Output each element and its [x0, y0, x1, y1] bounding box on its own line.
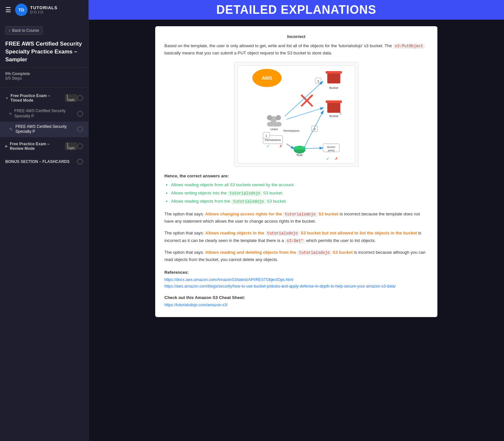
sidebar-bonus-section[interactable]: BONUS SECTION – FLASHCARDS [0, 155, 88, 168]
correct-answer-2: Allows writing objects into the tutorial… [171, 190, 428, 197]
section-check-circle [77, 95, 83, 101]
svg-text:1: 1 [265, 134, 267, 137]
item-check-circle [77, 111, 83, 117]
option2-text: The option that says: Allows reading obj… [164, 230, 428, 244]
main-layout: ‹ Back to Course FREE AWS Certified Secu… [0, 20, 504, 441]
sidebar-section-review: ▶ Free Practice Exam – Review Mode 1 Top… [0, 138, 88, 154]
correct-header: Hence, the correct answers are: [164, 173, 428, 178]
sidebar-item-timed-exam2[interactable]: ✎ FREE AWS Certified Security Specialty … [0, 122, 88, 137]
svg-rect-18 [267, 122, 282, 127]
bonus-section-label: BONUS SECTION – FLASHCARDS [5, 159, 74, 164]
top-header: ☰ TD TUTORIALS DOJO DETAILED EXPLANATION… [0, 0, 504, 20]
svg-rect-7 [327, 102, 340, 113]
progress-percent: 0% Complete [5, 71, 83, 76]
svg-text:3: 3 [317, 79, 319, 83]
correct-answer-3: Allows reading objects from the tutorial… [171, 198, 428, 205]
svg-text:Bucket: Bucket [327, 146, 335, 149]
svg-text:AWS: AWS [262, 75, 272, 81]
logo-text: TUTORIALS DOJO [30, 5, 57, 15]
cheat-sheet-header: Check out this Amazon S3 Cheat Sheet: [164, 295, 428, 300]
svg-text:Bucket: Bucket [329, 87, 339, 90]
cheat-sheet-link[interactable]: https://tutorialsdojo.com/amazon-s3/ [164, 303, 428, 307]
chevron-right-icon: ▶ [5, 144, 8, 148]
aws-diagram: AWS Bucket Bucket 2 3 [234, 62, 359, 167]
svg-text:✓: ✓ [326, 157, 329, 161]
option1-text: The option that says: Allows changing ac… [164, 210, 428, 225]
list-icon: ≡ [9, 111, 12, 116]
correct-answer-1: Allows reading objects from all S3 bucke… [171, 182, 428, 189]
svg-text:✗: ✗ [335, 157, 338, 161]
logo: TD TUTORIALS DOJO [15, 4, 57, 16]
references-header: References: [164, 270, 428, 275]
sidebar-header: ☰ TD TUTORIALS DOJO [0, 0, 89, 20]
code-s3putobject: s3:PutObject [393, 44, 425, 49]
svg-text:Users: Users [270, 128, 278, 131]
item-check-circle-2 [77, 126, 83, 132]
svg-rect-4 [327, 72, 340, 84]
section-badge-2: 1 Topic [65, 142, 77, 150]
hamburger-icon[interactable]: ☰ [5, 6, 11, 14]
course-title: FREE AWS Certified Security Specialty Pr… [0, 40, 88, 68]
svg-text:Role: Role [297, 154, 303, 157]
banner-title: DETAILED EXPLANATIONS [216, 3, 376, 17]
svg-text:✓: ✓ [266, 144, 270, 149]
option3-text: The option that says: Allows reading and… [164, 249, 428, 263]
bonus-check-circle [77, 159, 83, 165]
section-badge: 1 Topic [65, 94, 77, 102]
sidebar-divider [0, 87, 88, 88]
ref-link-2[interactable]: https://aws.amazon.com/blogs/security/ho… [164, 284, 428, 289]
section-label-2: ▶ Free Practice Exam – Review Mode 1 Top… [5, 142, 77, 151]
svg-text:Permissions: Permissions [284, 129, 300, 132]
correct-answers-list: Allows reading objects from all S3 bucke… [164, 182, 428, 205]
banner: DETAILED EXPLANATIONS [89, 0, 504, 20]
section-label: ▼ Free Practice Exam – Timed Mode 1 Topi… [5, 93, 77, 103]
svg-rect-30 [294, 147, 305, 150]
sidebar-section-review-header[interactable]: ▶ Free Practice Exam – Review Mode 1 Top… [0, 138, 88, 154]
diagram-wrapper: AWS Bucket Bucket 2 3 [164, 62, 428, 167]
explanation-card: Incorrect Based on the template, the use… [155, 26, 437, 317]
edit-icon: ✎ [9, 127, 13, 132]
svg-point-17 [267, 115, 272, 120]
svg-text:✗: ✗ [279, 144, 283, 149]
svg-text:Permissions: Permissions [265, 139, 281, 142]
status-label: Incorrect [164, 34, 428, 39]
intro-paragraph: Based on the template, the user is only … [164, 42, 428, 57]
chevron-left-icon: ‹ [9, 28, 10, 33]
sidebar: ‹ Back to Course FREE AWS Certified Secu… [0, 20, 89, 441]
progress-steps: 0/5 Steps [5, 76, 83, 81]
svg-text:2: 2 [340, 112, 341, 115]
section-check-circle-2 [77, 143, 83, 149]
back-to-course-button[interactable]: ‹ Back to Course [5, 26, 43, 35]
sidebar-section-timed-header[interactable]: ▼ Free Practice Exam – Timed Mode 1 Topi… [0, 90, 88, 106]
logo-circle: TD [15, 4, 28, 16]
content-area: Incorrect Based on the template, the use… [89, 20, 504, 441]
ref-link-1[interactable]: https://docs.aws.amazon.com/AmazonS3/lat… [164, 277, 428, 282]
svg-rect-8 [326, 101, 342, 103]
svg-text:Bucket: Bucket [329, 114, 339, 118]
sidebar-item-timed-exam1[interactable]: ≡ FREE AWS Certified Security Specialty … [0, 106, 88, 121]
svg-point-16 [276, 115, 281, 120]
progress-info: 0% Complete 0/5 Steps [0, 71, 88, 85]
sidebar-section-timed: ▼ Free Practice Exam – Timed Mode 1 Topi… [0, 90, 88, 137]
svg-rect-5 [326, 71, 342, 74]
svg-text:policy: policy [328, 149, 334, 152]
chevron-down-icon: ▼ [5, 96, 9, 100]
